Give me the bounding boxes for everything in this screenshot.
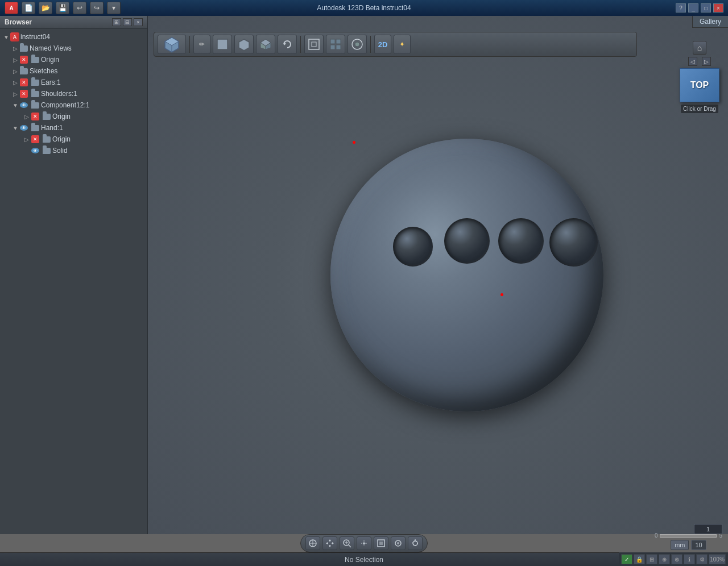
- save-btn[interactable]: 💾: [56, 2, 69, 14]
- tb-divider-3: [370, 36, 371, 53]
- svg-marker-4: [239, 39, 249, 51]
- browser-expand-btn[interactable]: ⊞: [112, 18, 121, 26]
- browser-header: Browser ⊞ ⊟ ×: [0, 16, 147, 29]
- finger-hole-1: [393, 227, 433, 267]
- x-icon-2: ✕: [19, 78, 28, 87]
- grid-btn[interactable]: [326, 35, 345, 54]
- rotate-btn[interactable]: [278, 35, 297, 54]
- shoulders-label: Shoulders:1: [41, 90, 77, 98]
- pan-btn[interactable]: [322, 536, 337, 550]
- named-views-expand-icon[interactable]: ▷: [11, 44, 19, 52]
- origin2-label: Origin: [52, 113, 71, 120]
- top-view-label: TOP: [690, 80, 709, 90]
- view-right-arrow[interactable]: ▷: [702, 57, 711, 66]
- view-home-btn[interactable]: ⌂: [693, 41, 706, 55]
- tree-ears[interactable]: ▷ ✕ Ears:1: [0, 77, 147, 88]
- folder-icon-4: [31, 78, 40, 87]
- hand-expand-icon[interactable]: ▼: [11, 124, 19, 132]
- lock-status-icon[interactable]: 🔒: [634, 554, 645, 564]
- svg-rect-13: [330, 45, 335, 49]
- percentage-status-icon[interactable]: 100%: [709, 554, 726, 564]
- x-icon-5: ✕: [31, 135, 40, 144]
- maximize-btn[interactable]: □: [701, 3, 711, 13]
- star-btn[interactable]: ✦: [394, 35, 411, 54]
- coord-x-input[interactable]: [694, 524, 722, 534]
- pencil-btn[interactable]: ✏: [193, 35, 210, 54]
- svg-rect-11: [330, 39, 335, 44]
- circle-btn[interactable]: [348, 35, 367, 54]
- tb-divider-1: [189, 36, 190, 53]
- corner-view-btn[interactable]: [234, 35, 254, 54]
- svg-point-28: [363, 543, 365, 544]
- mini-toolbar: [300, 534, 428, 552]
- 3d-cube-btn[interactable]: [158, 35, 186, 54]
- view-left-arrow[interactable]: ◁: [688, 57, 697, 66]
- root-app-icon: A: [10, 32, 19, 41]
- x-icon-3: ✕: [19, 89, 28, 98]
- tree-shoulders[interactable]: ▷ ✕ Shoulders:1: [0, 88, 147, 99]
- gallery-tab[interactable]: Gallery: [692, 16, 728, 28]
- folder-icon-2: [31, 55, 40, 64]
- info-status-icon[interactable]: ℹ: [684, 554, 695, 564]
- finger-hole-2: [444, 218, 490, 264]
- tree-sketches[interactable]: ▷ Sketches: [0, 65, 147, 77]
- svg-point-16: [355, 42, 359, 47]
- camera-btn[interactable]: [391, 536, 406, 550]
- folder-icon-7: [42, 112, 51, 121]
- tree-solid[interactable]: 👁 Solid: [0, 145, 147, 156]
- origin2-expand-icon[interactable]: ▷: [23, 113, 31, 120]
- origin3-expand-icon[interactable]: ▷: [23, 135, 31, 143]
- redo-btn[interactable]: ↪: [90, 2, 104, 14]
- tree-component12[interactable]: ▼ 👁 Component12:1: [0, 99, 147, 111]
- orbit-btn[interactable]: [357, 536, 371, 550]
- svg-marker-23: [332, 542, 334, 544]
- top-view-cube[interactable]: TOP: [680, 68, 719, 102]
- perspective-btn[interactable]: [256, 35, 275, 54]
- browser-collapse-btn[interactable]: ⊟: [123, 18, 132, 26]
- tree-hand[interactable]: ▼ 👁 Hand:1: [0, 122, 147, 134]
- grid-status-icon[interactable]: ⊞: [646, 554, 657, 564]
- help-btn[interactable]: ?: [676, 3, 686, 13]
- wireframe-btn[interactable]: [304, 35, 324, 54]
- app-menu-btn[interactable]: A: [5, 2, 18, 14]
- component12-expand-icon[interactable]: ▼: [11, 101, 19, 109]
- checkmark-status-icon[interactable]: ✓: [621, 554, 632, 564]
- svg-rect-10: [312, 42, 316, 47]
- origin-dot: [353, 141, 355, 144]
- render-btn[interactable]: [408, 536, 423, 550]
- x-icon-1: ✕: [19, 55, 28, 64]
- main-sphere: [330, 139, 603, 411]
- fit-btn[interactable]: [374, 536, 388, 550]
- open-btn[interactable]: 📂: [39, 2, 52, 14]
- hand-label: Hand:1: [41, 124, 63, 132]
- ears-expand-icon[interactable]: ▷: [11, 78, 19, 86]
- minimize-btn[interactable]: _: [688, 3, 698, 13]
- tree-origin-3[interactable]: ▷ ✕ Origin: [0, 134, 147, 145]
- titlebar-controls: ? _ □ ×: [676, 3, 723, 13]
- tree-origin[interactable]: ▷ ✕ Origin: [0, 54, 147, 65]
- tree-named-views[interactable]: ▷ Named Views: [0, 43, 147, 54]
- close-btn[interactable]: ×: [713, 3, 723, 13]
- settings-status-icon[interactable]: ⚙: [696, 554, 708, 564]
- shoulders-expand-icon[interactable]: ▷: [11, 90, 19, 98]
- browser-close-btn[interactable]: ×: [134, 18, 143, 26]
- 2d-btn[interactable]: 2D: [374, 35, 391, 54]
- new-btn[interactable]: 📄: [22, 2, 35, 14]
- filter-status-icon[interactable]: ⊗: [671, 554, 682, 564]
- click-or-drag-label: Click or Drag: [681, 105, 718, 113]
- zoom-btn[interactable]: [340, 536, 354, 550]
- browser-controls: ⊞ ⊟ ×: [112, 18, 143, 26]
- sketches-expand-icon[interactable]: ▷: [11, 67, 19, 75]
- tree-root[interactable]: ▼ A instruct04: [0, 31, 147, 43]
- tree-origin-2[interactable]: ▷ ✕ Origin: [0, 111, 147, 122]
- origin-expand-icon[interactable]: ▷: [11, 56, 19, 64]
- undo-btn[interactable]: ↩: [73, 2, 86, 14]
- viewport[interactable]: [148, 16, 728, 534]
- select-btn[interactable]: [305, 536, 320, 550]
- snap-status-icon[interactable]: ⊕: [659, 554, 670, 564]
- origin-label: Origin: [41, 56, 59, 64]
- ruler-bar: [660, 534, 717, 538]
- more-btn[interactable]: ▾: [107, 2, 121, 14]
- front-view-btn[interactable]: [213, 35, 232, 54]
- root-expand-icon[interactable]: ▼: [2, 33, 10, 41]
